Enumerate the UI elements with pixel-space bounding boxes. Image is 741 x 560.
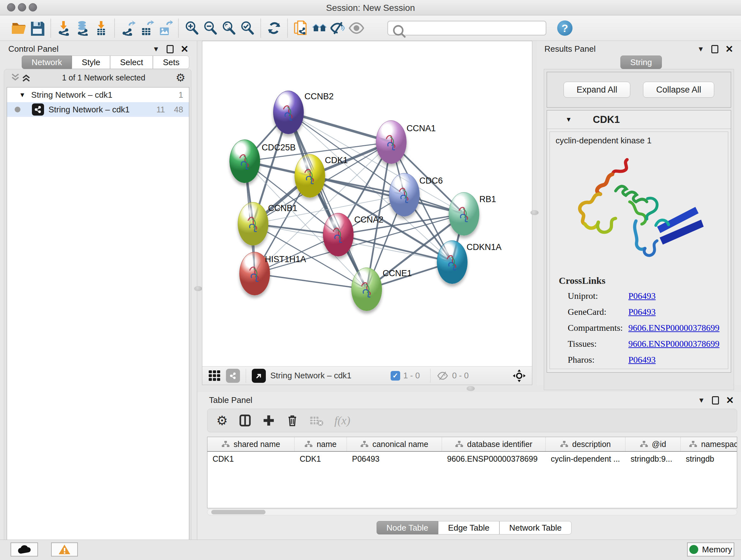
panel-close-icon[interactable]: ✕: [181, 44, 189, 55]
add-column-icon[interactable]: [262, 414, 275, 427]
tab-network-table[interactable]: Network Table: [499, 521, 571, 535]
open-in-new-window-icon[interactable]: [252, 369, 266, 383]
table-cell[interactable]: cyclin-dependent ...: [546, 452, 625, 466]
network-node-ccne1[interactable]: [351, 267, 382, 311]
table-cell[interactable]: 9606.ENSP00000378699: [442, 452, 546, 466]
panel-close-icon[interactable]: ✕: [725, 44, 733, 55]
help-button[interactable]: ?: [557, 20, 572, 36]
collapse-all-icon[interactable]: [10, 73, 21, 82]
tab-sets[interactable]: Sets: [153, 56, 189, 69]
network-node-ccna1[interactable]: [376, 120, 407, 164]
search-field-wrap: [387, 21, 546, 36]
left-splitter-handle[interactable]: [194, 286, 202, 291]
panel-collapse-icon[interactable]: ▼: [152, 45, 159, 53]
cloud-status-button[interactable]: [10, 543, 38, 557]
tab-select[interactable]: Select: [110, 56, 153, 69]
column-header-canonical-name[interactable]: canonical name: [347, 437, 442, 451]
delete-column-icon[interactable]: [286, 414, 299, 427]
scrollbar-thumb[interactable]: [211, 510, 266, 514]
column-header--id[interactable]: @id: [625, 437, 681, 451]
table-row[interactable]: CDK1CDK1P064939606.ENSP00000378699cyclin…: [207, 452, 737, 466]
pan-crosshair-icon[interactable]: [512, 369, 526, 383]
column-header-namespace[interactable]: namespace: [681, 437, 737, 451]
column-header-description[interactable]: description: [546, 437, 625, 451]
panel-float-icon[interactable]: [711, 45, 718, 53]
crosslink-link[interactable]: P06493: [628, 307, 656, 317]
crosslink-link[interactable]: P06493: [628, 355, 656, 365]
crosslink-link[interactable]: 9606.ENSP00000378699: [628, 323, 719, 333]
table-cell[interactable]: stringdb: [681, 452, 737, 466]
import-network-from-database-button[interactable]: [73, 19, 92, 37]
open-session-button[interactable]: [10, 19, 28, 37]
zoom-in-button[interactable]: [183, 19, 201, 37]
panel-close-icon[interactable]: ✕: [726, 395, 734, 406]
show-columns-icon[interactable]: [239, 414, 252, 427]
crosslink-row: Pharos:P06493: [550, 352, 728, 368]
apply-layout-button[interactable]: [265, 19, 283, 37]
network-options-gear-icon[interactable]: ⚙: [176, 71, 185, 84]
node-label-rb1: RB1: [479, 194, 496, 204]
column-header-name[interactable]: name: [294, 437, 347, 451]
network-row[interactable]: String Network – cdk1 11 48: [7, 102, 189, 117]
hide-selected-button[interactable]: [329, 19, 347, 37]
export-network-button[interactable]: [119, 19, 137, 37]
show-preview-button[interactable]: [347, 19, 366, 37]
panel-float-icon[interactable]: [166, 45, 174, 53]
save-session-button[interactable]: [28, 19, 47, 37]
network-node-ccna2[interactable]: [323, 213, 354, 256]
disclosure-triangle-icon[interactable]: ▼: [19, 91, 25, 99]
network-node-rb1[interactable]: [449, 192, 479, 236]
table-options-gear-icon[interactable]: ⚙: [216, 413, 228, 428]
network-node-cdk1[interactable]: [294, 154, 325, 198]
network-share-icon[interactable]: [226, 369, 240, 383]
crosslink-link[interactable]: P06493: [628, 291, 656, 301]
import-table-button[interactable]: [92, 19, 111, 37]
table-cell[interactable]: CDK1: [207, 452, 294, 466]
network-node-ccnb1[interactable]: [238, 202, 268, 246]
bottom-splitter-handle[interactable]: [467, 386, 475, 391]
tab-network[interactable]: Network: [22, 56, 72, 69]
export-image-button[interactable]: [156, 19, 174, 37]
zoom-selected-button[interactable]: [238, 19, 257, 37]
table-cell[interactable]: stringdb:9...: [625, 452, 681, 466]
panel-collapse-icon[interactable]: ▼: [698, 396, 705, 405]
section-disclosure-icon[interactable]: ▼: [565, 116, 572, 123]
column-header-database-identifier[interactable]: database identifier: [442, 437, 546, 451]
import-network-button[interactable]: [55, 19, 73, 37]
table-cell[interactable]: P06493: [347, 452, 442, 466]
collection-label: String Network – cdk1: [31, 90, 112, 100]
search-input[interactable]: [387, 21, 546, 36]
expand-all-button[interactable]: Expand All: [563, 82, 630, 98]
network-collection-row[interactable]: ▼ String Network – cdk1 1: [7, 87, 189, 102]
toolbar-separator: [260, 19, 261, 37]
network-node-ccnb2[interactable]: [273, 91, 304, 134]
tab-node-table[interactable]: Node Table: [377, 521, 438, 535]
export-table-button[interactable]: [137, 19, 156, 37]
collapse-all-button[interactable]: Collapse All: [643, 82, 714, 98]
expand-all-icon[interactable]: [21, 73, 31, 82]
column-header-shared-name[interactable]: shared name: [207, 437, 294, 451]
network-node-cdkn1a[interactable]: [437, 240, 468, 284]
network-node-cdc6[interactable]: [389, 173, 420, 216]
memory-button[interactable]: Memory: [687, 543, 734, 557]
tab-style[interactable]: Style: [72, 56, 110, 69]
network-node-cdc25b[interactable]: [229, 139, 260, 183]
warnings-button[interactable]: [51, 543, 78, 557]
right-splitter-handle[interactable]: [530, 210, 539, 215]
zoom-out-button[interactable]: [201, 19, 219, 37]
crosslink-link[interactable]: 9606.ENSP00000378699: [628, 339, 719, 349]
zoom-fit-button[interactable]: [219, 19, 238, 37]
table-cell[interactable]: CDK1: [294, 452, 347, 466]
tab-string[interactable]: String: [620, 56, 662, 69]
first-neighbors-button[interactable]: [310, 19, 329, 37]
tab-edge-table[interactable]: Edge Table: [438, 521, 499, 535]
network-view[interactable]: CCNB2CCNA1CDC25BCDK1CDC6RB1CCNB1CCNA2CDK…: [202, 41, 532, 366]
network-edge[interactable]: [255, 273, 367, 289]
horizontal-scrollbar[interactable]: [207, 509, 737, 515]
selected-checkbox-icon[interactable]: ✓: [391, 371, 400, 381]
birdseye-grid-icon[interactable]: [209, 370, 220, 381]
panel-collapse-icon[interactable]: ▼: [697, 45, 704, 53]
panel-float-icon[interactable]: [712, 396, 719, 405]
network-edge[interactable]: [288, 112, 391, 142]
clone-network-button[interactable]: [292, 19, 310, 37]
